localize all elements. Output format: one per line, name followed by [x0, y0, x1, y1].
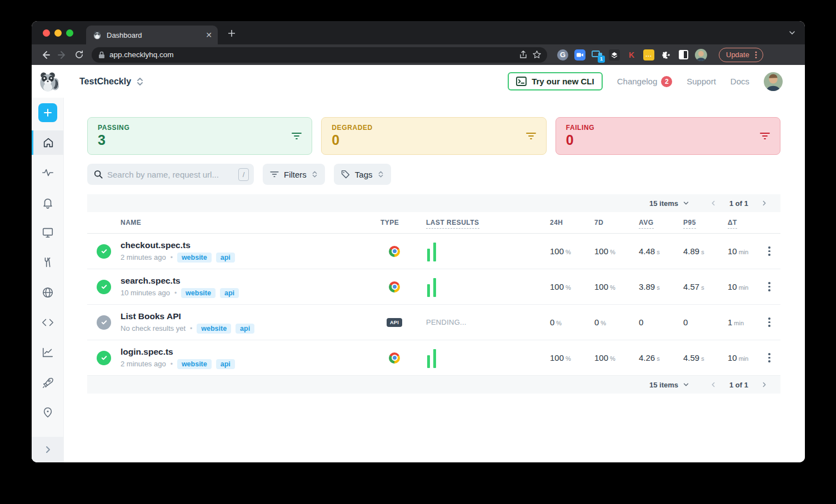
browser-profile-avatar[interactable]	[695, 49, 707, 61]
metric-avg: 4.48	[639, 246, 655, 256]
tag-api[interactable]: api	[236, 324, 254, 334]
browser-tab[interactable]: Dashboard ✕	[86, 26, 218, 44]
bell-icon	[42, 196, 54, 209]
tag-api[interactable]: api	[220, 288, 239, 298]
sidebar-item-locations[interactable]	[32, 400, 63, 425]
forward-button[interactable]	[55, 48, 69, 62]
reload-button[interactable]	[72, 48, 86, 62]
sidebar-item-activity[interactable]	[32, 160, 63, 185]
minimize-window-button[interactable]	[54, 29, 62, 37]
tag-api[interactable]: api	[216, 359, 235, 369]
filters-button[interactable]: Filters	[263, 164, 325, 185]
screen-recorder-extension-icon[interactable]: 1	[592, 49, 603, 61]
metric-24h: 100	[550, 353, 564, 362]
tab-close-icon[interactable]: ✕	[206, 31, 212, 39]
last-results-bars[interactable]	[419, 348, 539, 368]
tab-search-chevron-icon[interactable]	[788, 29, 796, 39]
sidebar-item-home[interactable]	[32, 130, 63, 155]
next-page-button[interactable]	[757, 196, 772, 210]
last-results-bars[interactable]	[419, 241, 539, 261]
tag-website[interactable]: website	[177, 359, 212, 369]
update-button[interactable]: Update	[719, 48, 763, 62]
prev-page-button[interactable]	[706, 377, 720, 392]
metric-p95: 4.89	[683, 246, 699, 256]
chrome-icon	[389, 246, 400, 257]
column-last-results[interactable]: LAST RESULTS	[419, 219, 539, 226]
row-menu-kebab-icon[interactable]	[758, 243, 780, 259]
filter-funnel-icon[interactable]	[526, 132, 536, 140]
summary-cards: PASSING 3 DEGRADED 0 F	[87, 117, 780, 155]
check-row-list-books-api[interactable]: List Books API No check results yet • we…	[87, 305, 780, 340]
sidebar-item-dashboards[interactable]	[32, 220, 63, 245]
degraded-card[interactable]: DEGRADED 0	[321, 117, 546, 155]
puzzle-extensions-icon[interactable]	[660, 49, 672, 61]
new-tab-button[interactable]	[224, 26, 239, 41]
column-dt[interactable]: ΔT	[717, 219, 758, 226]
browser-menu-kebab-icon	[753, 51, 759, 59]
changelog-link[interactable]: Changelog 2	[617, 76, 673, 87]
back-button[interactable]	[38, 48, 53, 62]
stack-extension-icon[interactable]	[609, 49, 620, 61]
check-row-login[interactable]: login.spec.ts 2 minutes ago • website ap…	[87, 340, 780, 376]
status-passing-check-icon	[97, 280, 111, 294]
url-bar[interactable]: app.checklyhq.com	[92, 47, 547, 63]
sidebar-item-snippets[interactable]	[32, 310, 63, 335]
try-cli-button[interactable]: Try our new CLI	[508, 72, 603, 90]
tag-website[interactable]: website	[197, 324, 231, 334]
passing-card[interactable]: PASSING 3	[87, 117, 312, 155]
search-box: /	[87, 164, 254, 185]
failing-card[interactable]: FAILING 0	[555, 117, 780, 155]
row-menu-kebab-icon[interactable]	[758, 279, 780, 295]
column-avg[interactable]: AVG	[628, 219, 672, 226]
sidebar-create-check[interactable]	[32, 100, 63, 125]
sidebar-item-analytics[interactable]	[32, 340, 63, 365]
tag-api[interactable]: api	[216, 253, 235, 263]
maximize-window-button[interactable]	[66, 29, 73, 37]
tags-button[interactable]: Tags	[334, 164, 391, 185]
filter-row: / Filters Tags	[87, 164, 780, 185]
docs-link[interactable]: Docs	[730, 77, 749, 86]
metric-p95: 4.59	[683, 353, 699, 362]
search-input[interactable]	[107, 170, 234, 179]
browser-titlebar: Dashboard ✕	[32, 21, 805, 44]
tag-website[interactable]: website	[177, 253, 212, 263]
tab-favicon-raccoon-icon	[93, 31, 102, 39]
next-page-button[interactable]	[757, 377, 772, 392]
changelog-badge: 2	[661, 76, 672, 87]
metric-7d: 0	[594, 317, 599, 327]
user-avatar[interactable]	[764, 72, 783, 91]
split-view-extension-icon[interactable]	[678, 49, 689, 61]
last-results-bars[interactable]	[419, 277, 539, 297]
sidebar-item-alerts[interactable]	[32, 190, 63, 215]
k-extension-icon[interactable]: K	[626, 49, 637, 61]
filter-funnel-icon[interactable]	[760, 132, 770, 140]
filter-funnel-icon[interactable]	[292, 132, 302, 140]
sidebar-item-runtimes[interactable]	[32, 370, 63, 395]
column-p95[interactable]: P95	[672, 219, 717, 226]
workspace-switcher[interactable]: TestCheckly	[79, 77, 144, 87]
metric-avg: 0	[639, 317, 643, 327]
items-per-page-select[interactable]: 15 items	[649, 199, 689, 208]
tag-website[interactable]: website	[181, 288, 216, 298]
check-row-checkout[interactable]: checkout.spec.ts 2 minutes ago • website…	[87, 234, 780, 269]
metric-24h: 0	[550, 317, 554, 327]
close-window-button[interactable]	[43, 29, 50, 37]
support-link[interactable]: Support	[687, 77, 716, 86]
check-row-search[interactable]: search.spec.ts 10 minutes ago • website …	[87, 269, 780, 305]
row-menu-kebab-icon[interactable]	[758, 314, 780, 330]
sidebar-item-maintenance[interactable]	[32, 250, 63, 275]
zoom-extension-icon[interactable]	[574, 49, 585, 61]
activity-pulse-icon	[42, 167, 54, 179]
items-per-page-select[interactable]: 15 items	[649, 381, 689, 389]
metric-24h: 100	[550, 246, 564, 256]
row-menu-kebab-icon[interactable]	[758, 350, 780, 366]
bookmark-star-icon[interactable]	[532, 50, 542, 59]
metric-avg: 3.89	[639, 282, 655, 291]
share-icon[interactable]	[519, 51, 528, 59]
dots-extension-icon[interactable]: ...	[643, 49, 654, 61]
grammarly-extension-icon[interactable]: G	[557, 49, 568, 61]
header-nav: Try our new CLI Changelog 2 Support Docs	[508, 72, 783, 91]
sidebar-item-private-locations[interactable]	[32, 280, 63, 305]
sidebar-expand-button[interactable]	[32, 437, 63, 462]
prev-page-button[interactable]	[706, 196, 720, 210]
